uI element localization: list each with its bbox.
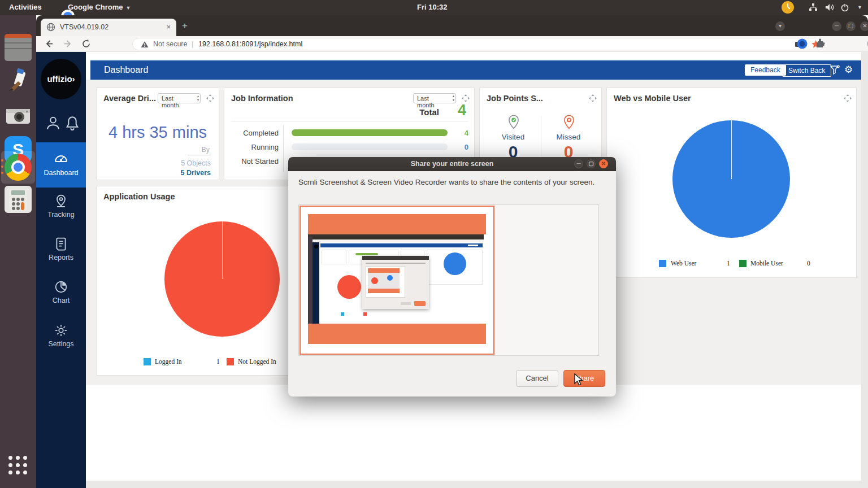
page-right-margin bbox=[861, 52, 868, 488]
address-bar[interactable]: Not secure | 192.168.0.81:8091/jsp/index… bbox=[132, 38, 824, 50]
card-title: Application Usage bbox=[103, 192, 175, 201]
screen-preview-list bbox=[298, 204, 599, 356]
visited-pin-icon bbox=[506, 114, 522, 133]
uffizio-logo: uffizio› bbox=[41, 59, 81, 99]
page-bottom-margin bbox=[86, 481, 868, 488]
visited-label: Visited bbox=[488, 133, 539, 141]
application-usage-pie-chart[interactable] bbox=[164, 221, 280, 337]
drag-handle-icon[interactable] bbox=[589, 94, 597, 104]
browser-tab[interactable]: VTSv04.019.02 × bbox=[41, 19, 176, 36]
dialog-minimize-icon[interactable]: ─ bbox=[574, 159, 583, 168]
bar-value: 4 bbox=[465, 129, 468, 137]
file-cabinet-icon[interactable] bbox=[5, 34, 32, 61]
sidebar-item-tracking[interactable]: Tracking bbox=[36, 192, 86, 226]
cancel-button[interactable]: Cancel bbox=[516, 370, 558, 387]
missed-label: Missed bbox=[543, 133, 594, 141]
divider bbox=[231, 121, 468, 121]
feedback-button[interactable]: Feedback bbox=[745, 64, 786, 76]
dialog-close-icon[interactable]: ✕ bbox=[599, 159, 608, 168]
back-icon[interactable] bbox=[44, 39, 54, 51]
sidebar-item-chart[interactable]: Chart bbox=[36, 278, 86, 312]
legend-label: Web User bbox=[671, 260, 696, 267]
network-icon[interactable] bbox=[809, 3, 818, 13]
tab-search-icon[interactable]: ▾ bbox=[775, 21, 785, 31]
system-menu-caret[interactable]: ▼ bbox=[857, 5, 862, 10]
legend-value: 1 bbox=[727, 260, 730, 267]
total-value: 4 bbox=[458, 102, 466, 119]
omnibox-divider: | bbox=[192, 40, 193, 48]
legend-value: 1 bbox=[216, 358, 220, 365]
volume-icon[interactable] bbox=[825, 3, 835, 13]
browser-toolbar: Not secure | 192.168.0.81:8091/jsp/index… bbox=[36, 36, 868, 52]
running-indicator-dot bbox=[1, 159, 3, 162]
browser-tab-strip: VTSv04.019.02 × + ▾ ─ ▢ ✕ bbox=[36, 15, 868, 36]
report-document-icon bbox=[36, 236, 86, 254]
window-maximize-button[interactable]: ▢ bbox=[846, 21, 856, 31]
dialog-title: Share your entire screen bbox=[411, 160, 494, 168]
page-title: Dashboard bbox=[104, 65, 148, 75]
mouse-cursor bbox=[573, 373, 585, 386]
map-pin-icon bbox=[36, 193, 86, 211]
not-secure-warning-icon[interactable] bbox=[141, 41, 149, 50]
paint-app-icon[interactable] bbox=[5, 67, 32, 94]
activities-button[interactable]: Activities bbox=[9, 3, 42, 11]
card-title: Web vs Mobile User bbox=[614, 94, 691, 103]
window-minimize-button[interactable]: ─ bbox=[832, 21, 841, 31]
screen: Activities Google Chrome▼ Fri 10:32 ▼ S … bbox=[0, 0, 868, 488]
legend-label: Not Logged In bbox=[238, 358, 276, 365]
running-indicator-dot bbox=[1, 172, 3, 174]
drag-handle-icon[interactable] bbox=[844, 94, 852, 104]
app-menu[interactable]: Google Chrome▼ bbox=[68, 3, 131, 11]
security-label[interactable]: Not secure bbox=[153, 40, 187, 48]
calculator-icon[interactable] bbox=[5, 186, 32, 213]
bar-running bbox=[292, 143, 448, 150]
dialog-title-bar[interactable]: Share your entire screen ─ ▢ ✕ bbox=[288, 157, 616, 171]
legend-value: 0 bbox=[807, 260, 810, 267]
user-icon[interactable] bbox=[44, 114, 62, 134]
period-select[interactable]: Last month bbox=[158, 93, 201, 103]
settings-gear-icon[interactable]: ⚙ bbox=[844, 64, 853, 76]
legend-swatch-mobile-user bbox=[739, 260, 747, 267]
drag-handle-icon[interactable] bbox=[206, 94, 214, 104]
app-header: Dashboard Feedback Switch Back ⚙ bbox=[90, 60, 861, 80]
new-tab-button[interactable]: + bbox=[182, 20, 188, 32]
clock[interactable]: Fri 10:32 bbox=[417, 3, 447, 11]
switch-back-button[interactable]: Switch Back bbox=[782, 64, 831, 77]
show-applications-button[interactable] bbox=[7, 455, 29, 476]
legend-label: Mobile User bbox=[750, 260, 783, 267]
camera-app-icon[interactable] bbox=[5, 102, 32, 129]
period-select[interactable]: Last month bbox=[413, 93, 456, 103]
sidebar-item-reports[interactable]: Reports bbox=[36, 235, 86, 269]
sidebar-item-settings[interactable]: Settings bbox=[36, 321, 86, 355]
extension-badge-icon[interactable] bbox=[797, 38, 808, 51]
reload-icon[interactable] bbox=[81, 39, 91, 51]
web-mobile-pie-chart[interactable] bbox=[672, 120, 790, 238]
tab-title: VTSv04.019.02 bbox=[60, 23, 108, 31]
bar-completed bbox=[292, 129, 448, 136]
extensions-puzzle-icon[interactable] bbox=[815, 38, 825, 51]
web-vs-mobile-card: Web vs Mobile User Web User 1 Mobile Use… bbox=[606, 88, 857, 278]
url-text[interactable]: 192.168.0.81:8091/jsp/index.html bbox=[198, 40, 302, 48]
window-close-button[interactable]: ✕ bbox=[860, 21, 868, 31]
notifications-bell-icon[interactable] bbox=[63, 114, 81, 134]
by-label: By bbox=[188, 146, 211, 155]
chrome-dock-icon[interactable] bbox=[5, 154, 32, 181]
power-icon[interactable] bbox=[840, 3, 849, 14]
filter-funnel-icon[interactable] bbox=[830, 65, 840, 77]
objects-count[interactable]: 5 Objects bbox=[181, 159, 211, 167]
axis-line bbox=[283, 125, 284, 172]
forward-icon[interactable] bbox=[63, 39, 73, 51]
bar-label: Completed bbox=[229, 129, 279, 137]
chevron-down-icon: ▼ bbox=[126, 5, 131, 11]
legend-swatch-web-user bbox=[659, 260, 666, 267]
drivers-count[interactable]: 5 Drivers bbox=[180, 169, 211, 177]
dialog-maximize-icon[interactable]: ▢ bbox=[587, 159, 596, 168]
tab-close-icon[interactable]: × bbox=[166, 23, 171, 31]
screen-preview-thumbnail[interactable] bbox=[300, 206, 494, 355]
letterbox-band bbox=[308, 324, 486, 344]
legend-label: Logged In bbox=[155, 358, 182, 365]
dock: S bbox=[0, 15, 36, 488]
running-indicator-dot bbox=[1, 165, 3, 168]
recorder-status-icon[interactable] bbox=[782, 1, 794, 14]
sidebar-item-dashboard[interactable]: Dashboard bbox=[36, 142, 86, 188]
